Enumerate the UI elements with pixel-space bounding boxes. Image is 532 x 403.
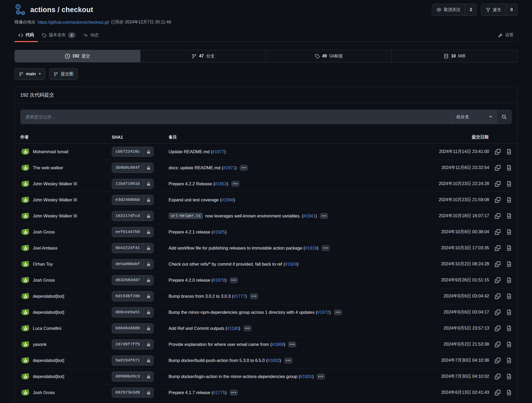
copy-sha-icon[interactable] xyxy=(495,293,500,299)
browse-source-icon[interactable] xyxy=(506,165,512,171)
tab-activity[interactable]: 动态 xyxy=(79,29,103,42)
copy-sha-icon[interactable] xyxy=(495,374,500,379)
copy-sha-icon[interactable] xyxy=(495,165,500,171)
pr-link[interactable]: #1869 xyxy=(272,342,284,347)
pr-link[interactable]: #1971 xyxy=(223,165,235,170)
commit-author-name[interactable]: Orhan Toy xyxy=(33,262,53,267)
browse-source-icon[interactable] xyxy=(506,261,512,267)
commit-author-name[interactable]: Josh Gross xyxy=(33,390,55,395)
commit-author-name[interactable]: Josh Gross xyxy=(33,230,55,235)
pr-link[interactable]: #1946 xyxy=(221,197,234,202)
browse-source-icon[interactable] xyxy=(506,310,512,315)
commit-sha-badge[interactable]: db0cee9a51 xyxy=(112,307,154,317)
commit-sha[interactable]: dd960bd3c3 xyxy=(112,372,143,381)
commit-sha-badge[interactable]: 9a9194f871 xyxy=(112,355,154,366)
browse-source-icon[interactable] xyxy=(506,277,512,283)
expand-commit-body-button[interactable] xyxy=(317,374,325,380)
commit-message-link[interactable]: Add workflow file for publishing release… xyxy=(169,246,302,251)
commit-sha[interactable]: 692973e3d9 xyxy=(112,388,143,397)
commit-message-link[interactable]: Bump docker/login-action in the minor-ac… xyxy=(169,374,297,379)
copy-sha-icon[interactable] xyxy=(495,213,500,219)
expand-commit-body-button[interactable] xyxy=(250,293,258,299)
browse-source-icon[interactable] xyxy=(506,149,512,155)
expand-commit-body-button[interactable] xyxy=(284,357,292,364)
commit-message-link[interactable]: Check out other refs/* by commit if prov… xyxy=(169,262,282,267)
commit-sha[interactable]: 163217dfcd xyxy=(112,211,143,221)
commit-sha-badge[interactable]: cbb722410c xyxy=(112,147,154,157)
commit-author-name[interactable]: dependabot[bot] xyxy=(33,294,64,299)
branch-filter-dropdown[interactable]: 此分支 xyxy=(452,110,496,124)
tab-releases[interactable]: 版本发布 2 xyxy=(38,29,79,42)
commit-author-name[interactable]: Josh Gross xyxy=(33,278,55,283)
commit-message-link[interactable]: Prepare 4.1.7 release xyxy=(169,390,210,395)
commit-sha-badge[interactable]: 6b42224f41 xyxy=(112,243,154,253)
copy-sha-icon[interactable] xyxy=(495,358,500,363)
browse-source-icon[interactable] xyxy=(506,245,512,251)
commit-author-name[interactable]: dependabot[bot] xyxy=(33,358,64,363)
copy-sha-icon[interactable] xyxy=(495,197,500,203)
branch-selector[interactable]: main xyxy=(14,68,45,80)
browse-source-icon[interactable] xyxy=(506,181,512,187)
commit-author-name[interactable]: dependabot[bot] xyxy=(33,374,64,379)
watch-count[interactable]: 2 xyxy=(465,4,477,16)
pr-link[interactable]: #1872 xyxy=(317,310,329,315)
fork-button[interactable]: 派生 0 xyxy=(481,4,518,16)
commit-sha-badge[interactable]: b684943689 xyxy=(112,323,154,334)
pr-link[interactable]: #1832 xyxy=(267,358,280,363)
commit-author-name[interactable]: John Wesley Walker III xyxy=(33,213,77,218)
commit-author-name[interactable]: Luca Comellini xyxy=(33,326,61,331)
pr-link[interactable]: #1831 xyxy=(300,374,312,379)
commit-sha-badge[interactable]: de5a000abf xyxy=(112,259,154,269)
expand-commit-body-button[interactable] xyxy=(288,341,296,347)
commit-sha[interactable]: 11bd71901b xyxy=(112,179,143,189)
copy-sha-icon[interactable] xyxy=(495,245,500,251)
commit-message-link[interactable]: Provide explanation for where user email… xyxy=(169,342,269,347)
commit-message-link[interactable]: docs: update README.md xyxy=(169,165,220,170)
copy-sha-icon[interactable] xyxy=(495,342,500,347)
expand-commit-body-button[interactable] xyxy=(230,277,238,283)
commit-sha[interactable]: cbb722410c xyxy=(112,147,143,157)
pr-link[interactable]: #1941 xyxy=(303,213,316,218)
commit-sha-badge[interactable]: 11bd71901b xyxy=(112,179,154,189)
commit-message-link[interactable]: Bump the minor-npm-dependencies group ac… xyxy=(169,310,315,315)
pr-link[interactable]: #1919 xyxy=(305,246,317,251)
copy-sha-icon[interactable] xyxy=(495,149,500,155)
commit-sha[interactable]: 3b9b8c884f xyxy=(112,163,143,173)
pr-link[interactable]: #1180 xyxy=(227,326,239,331)
commit-message-link[interactable]: Bump docker/build-push-action from 5.3.0… xyxy=(169,358,265,363)
browse-source-icon[interactable] xyxy=(506,213,512,219)
browse-source-icon[interactable] xyxy=(506,342,512,347)
commit-author-name[interactable]: John Wesley Walker III xyxy=(33,181,77,186)
commit-sha[interactable]: 6b42224f41 xyxy=(112,243,143,253)
commit-message-link[interactable]: Add Ref and Commit outputs xyxy=(169,326,224,331)
commit-sha[interactable]: db0cee9a51 xyxy=(112,307,143,317)
commit-sha[interactable]: b684943689 xyxy=(112,324,143,333)
commit-message-link[interactable]: now leverages well-known environment var… xyxy=(205,213,301,218)
browse-source-icon[interactable] xyxy=(506,293,512,299)
expand-commit-body-button[interactable] xyxy=(231,181,240,187)
pr-link[interactable]: #1953 xyxy=(215,181,227,186)
commit-sha-badge[interactable]: 6d193bf280 xyxy=(112,291,154,301)
pr-link[interactable]: #1775 xyxy=(213,390,225,395)
commit-sha-badge[interactable]: 3b9b8c884f xyxy=(112,163,154,173)
commit-sha[interactable]: d632683dd7 xyxy=(112,275,143,285)
commit-author-name[interactable]: dependabot[bot] xyxy=(33,310,64,315)
browse-source-icon[interactable] xyxy=(506,374,512,379)
browse-source-icon[interactable] xyxy=(506,197,512,203)
copy-sha-icon[interactable] xyxy=(495,181,500,187)
browse-source-icon[interactable] xyxy=(506,326,512,331)
commit-sha-badge[interactable]: dd960bd3c3 xyxy=(112,371,154,382)
search-button[interactable] xyxy=(496,110,511,124)
commit-message-link[interactable]: Prepare 4.2.0 release xyxy=(169,278,210,283)
expand-commit-body-button[interactable] xyxy=(320,213,328,219)
commit-sha[interactable]: e3d2460bbb xyxy=(112,195,143,205)
expand-commit-body-button[interactable] xyxy=(230,390,238,396)
stat-commits[interactable]: 192 提交 xyxy=(15,50,140,62)
fork-count[interactable]: 0 xyxy=(506,4,517,16)
commit-sha[interactable]: 6d193bf280 xyxy=(112,291,143,301)
browse-source-icon[interactable] xyxy=(506,358,512,363)
copy-sha-icon[interactable] xyxy=(495,229,500,235)
copy-sha-icon[interactable] xyxy=(495,390,500,395)
expand-commit-body-button[interactable] xyxy=(321,245,330,251)
commit-sha[interactable]: eef61447b9 xyxy=(112,227,143,237)
